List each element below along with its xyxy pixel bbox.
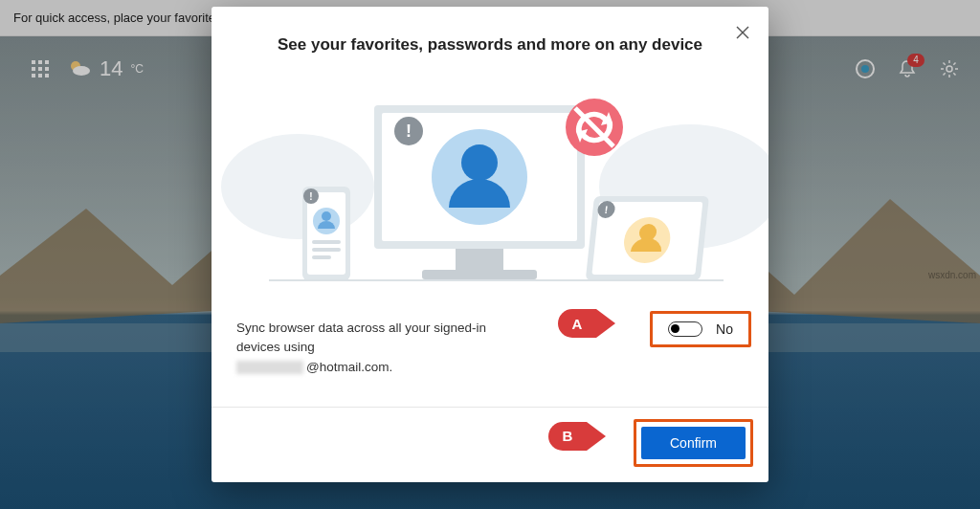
sync-description-text: Sync browser data across all your signed…	[236, 321, 486, 354]
email-domain: @hotmail.com.	[306, 358, 392, 377]
close-icon	[736, 26, 749, 39]
toggle-knob	[671, 324, 679, 333]
sync-toggle-label: No	[716, 321, 733, 337]
svg-rect-25	[312, 255, 331, 259]
svg-point-14	[461, 144, 498, 181]
svg-rect-23	[312, 240, 341, 244]
svg-text:!: !	[406, 122, 412, 141]
svg-point-7	[221, 134, 374, 239]
svg-rect-24	[312, 248, 341, 252]
sync-option-row: Sync browser data across all your signed…	[212, 301, 768, 407]
svg-text:!: !	[309, 191, 312, 202]
annotation-a: A	[558, 309, 615, 338]
confirm-button-highlight: Confirm	[634, 419, 753, 467]
sync-description: Sync browser data across all your signed…	[236, 319, 533, 380]
account-email: @hotmail.com.	[236, 358, 392, 377]
sync-onboarding-modal: See your favorites, passwords and more o…	[212, 7, 768, 482]
modal-footer: B Confirm	[212, 407, 768, 482]
close-button[interactable]	[730, 20, 755, 45]
annotation-b-pointer	[587, 422, 606, 451]
confirm-button[interactable]: Confirm	[641, 427, 746, 459]
confirm-button-label: Confirm	[670, 435, 717, 451]
sync-toggle-highlight: No	[650, 311, 751, 347]
annotation-a-label: A	[558, 309, 596, 338]
svg-point-22	[322, 211, 331, 221]
annotation-b-label: B	[548, 422, 587, 451]
sync-illustration: ! !	[212, 72, 768, 301]
svg-rect-12	[422, 270, 537, 279]
sync-toggle[interactable]	[668, 321, 702, 337]
email-redacted	[236, 361, 303, 374]
svg-rect-11	[456, 249, 503, 270]
annotation-b: B	[548, 422, 606, 451]
watermark-text: wsxdn.com	[928, 270, 976, 280]
annotation-a-pointer	[596, 309, 615, 338]
modal-title: See your favorites, passwords and more o…	[212, 35, 768, 55]
